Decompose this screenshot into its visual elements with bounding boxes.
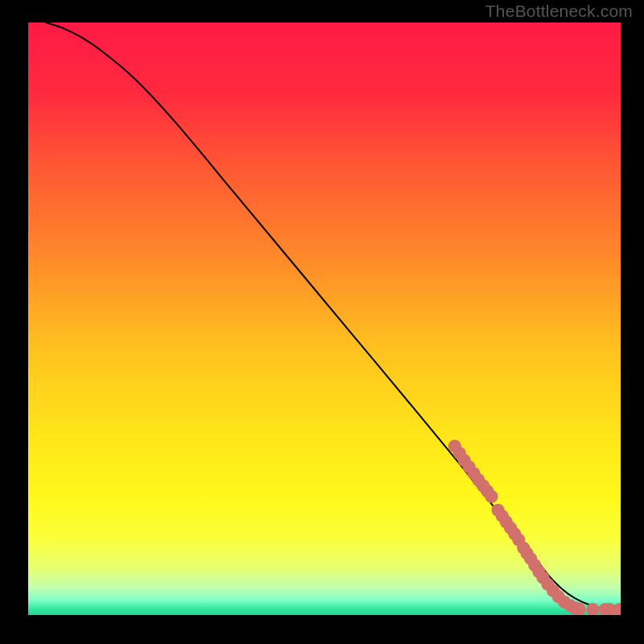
- watermark-text: TheBottleneck.com: [485, 2, 633, 21]
- plot-area: [28, 23, 621, 615]
- data-marker: [572, 603, 585, 615]
- chart-svg: [28, 23, 621, 615]
- data-marker: [485, 490, 497, 503]
- gradient-background: [28, 23, 621, 615]
- chart-frame: TheBottleneck.com: [0, 0, 644, 644]
